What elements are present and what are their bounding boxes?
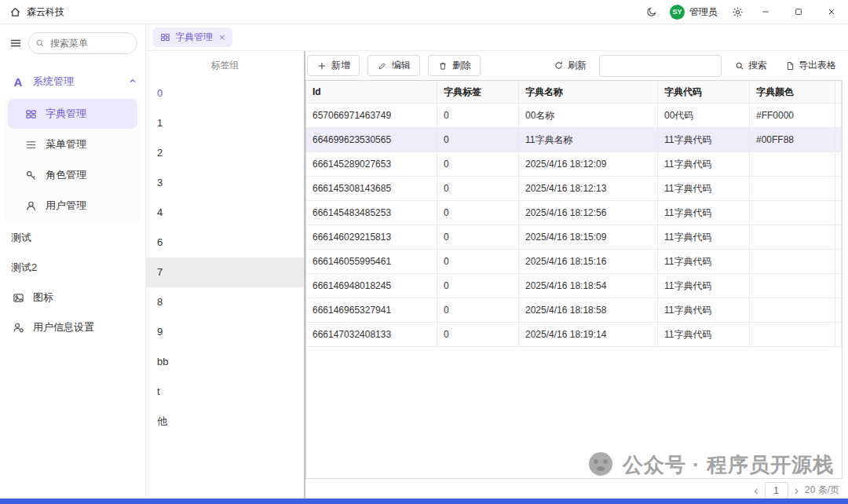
table-row[interactable]: 657066971463749000名称00代码#FF0000#FF0000: [306, 104, 842, 128]
tag-item[interactable]: 3: [146, 168, 304, 198]
menu-toggle-icon[interactable]: [9, 37, 22, 49]
table-cell: 666145289027653: [306, 152, 437, 177]
refresh-button-label: 刷新: [568, 59, 587, 72]
color-badge-cell: -: [835, 225, 842, 250]
sidebar-item-label: 角色管理: [46, 168, 130, 182]
delete-button[interactable]: 删除: [428, 55, 481, 76]
plus-icon: [316, 61, 327, 71]
theme-moon-icon[interactable]: [640, 6, 663, 17]
sidebar-item-icons[interactable]: 图标: [0, 283, 145, 312]
table-cell: 00代码: [658, 104, 750, 128]
color-badge-cell: -: [835, 152, 842, 177]
table-cell: 2025/4/16 18:15:16: [519, 250, 658, 274]
table-header-row: Id字典标签字典名称字典代码字典颜色字典颜色: [306, 81, 842, 104]
sidebar-item-menu-management[interactable]: 菜单管理: [8, 130, 137, 159]
table-row[interactable]: 66614703240813302025/4/16 18:19:1411字典代码…: [306, 323, 842, 347]
sidebar-item-label: 测试: [11, 231, 137, 245]
table-row[interactable]: 66614530814368502025/4/16 18:12:1311字典代码…: [306, 177, 842, 201]
tag-group-panel: 标签组 012346789bbt他: [146, 51, 305, 499]
sidebar-item-system-management[interactable]: A 系统管理: [0, 67, 145, 97]
tag-item[interactable]: 0: [146, 79, 304, 108]
tab-label: 字典管理: [175, 31, 213, 44]
sidebar-search-input[interactable]: [49, 37, 119, 49]
sidebar-item-test[interactable]: 测试: [0, 223, 145, 253]
edit-button[interactable]: 编辑: [367, 55, 420, 76]
table-row[interactable]: 66614602921581302025/4/16 18:15:0911字典代码…: [306, 225, 842, 250]
table-cell: [750, 201, 835, 225]
color-badge-cell: #FF0000: [835, 104, 842, 128]
sidebar-item-role-management[interactable]: 角色管理: [8, 160, 137, 190]
trash-icon: [437, 61, 448, 71]
sidebar-item-dict-management[interactable]: 字典管理: [8, 99, 137, 129]
table-row[interactable]: 66614548348525302025/4/16 18:12:5611字典代码…: [306, 201, 842, 225]
table-cell: 11字典名称: [519, 128, 658, 152]
table-row[interactable]: 66614694801824502025/4/16 18:18:5411字典代码…: [306, 274, 842, 298]
close-button[interactable]: [815, 0, 848, 24]
table-row[interactable]: 66614605599546102025/4/16 18:15:1611字典代码…: [306, 250, 842, 274]
refresh-button[interactable]: 刷新: [549, 58, 591, 73]
sidebar-search[interactable]: [28, 32, 137, 54]
tag-item[interactable]: 6: [146, 228, 304, 257]
column-header: 字典颜色: [750, 81, 835, 104]
table-row[interactable]: 66614696532794102025/4/16 18:18:5811字典代码…: [306, 298, 842, 323]
tag-item[interactable]: 8: [146, 287, 304, 317]
tag-item[interactable]: 7: [146, 257, 304, 287]
table-cell: 00名称: [519, 104, 658, 128]
tag-item[interactable]: 9: [146, 317, 304, 347]
settings-gear-icon[interactable]: [726, 6, 749, 18]
table-row[interactable]: 66614528902765302025/4/16 18:12:0911字典代码…: [306, 152, 842, 177]
table-cell: 2025/4/16 18:18:58: [519, 298, 658, 323]
tag-item[interactable]: t: [146, 377, 304, 407]
export-button[interactable]: 导出表格: [780, 58, 841, 73]
maximize-button[interactable]: [782, 0, 815, 24]
column-header: Id: [306, 81, 437, 104]
table-cell: #FF0000: [750, 104, 835, 128]
table-cell: 0: [437, 177, 519, 201]
table-cell: [750, 274, 835, 298]
tag-item[interactable]: bb: [146, 347, 304, 377]
table-cell: [750, 298, 835, 323]
table-cell: [750, 177, 835, 201]
add-button[interactable]: 新增: [307, 55, 360, 76]
table-cell: 11字典代码: [658, 177, 750, 201]
system-letter-icon: A: [11, 75, 25, 89]
sidebar-item-test2[interactable]: 测试2: [0, 253, 145, 283]
color-badge-cell: -: [835, 323, 842, 347]
refresh-icon: [554, 60, 564, 71]
tag-item[interactable]: 1: [146, 108, 304, 138]
table-cell: [750, 152, 835, 177]
search-button[interactable]: 搜索: [729, 58, 772, 73]
tab-dict-management[interactable]: 字典管理 ×: [152, 27, 232, 47]
table-search-input[interactable]: [599, 55, 722, 77]
app-title: 森云科技: [27, 5, 64, 19]
current-page[interactable]: 1: [765, 482, 788, 499]
column-header: 字典名称: [519, 81, 658, 104]
table-cell: 2025/4/16 18:12:56: [519, 201, 658, 225]
color-badge-cell: -: [835, 298, 842, 323]
table-cell: 666146055995461: [306, 250, 437, 274]
tab-close-icon[interactable]: ×: [219, 32, 225, 42]
table-row[interactable]: 664699623530565011字典名称11字典代码#00FF88#00FF…: [306, 128, 842, 152]
page-size-select[interactable]: 20 条/页: [805, 484, 839, 497]
prev-page-icon[interactable]: ‹: [754, 484, 758, 497]
system-submenu: 字典管理 菜单管理 角色管理: [5, 97, 141, 223]
table-cell: 11字典代码: [658, 323, 750, 347]
tag-item[interactable]: 他: [146, 407, 304, 436]
avatar[interactable]: SY: [670, 5, 685, 20]
column-header: 字典代码: [658, 81, 750, 104]
sidebar-item-label: 图标: [33, 290, 137, 305]
sidebar-item-user-management[interactable]: 用户管理: [8, 191, 137, 221]
sidebar-item-user-info-settings[interactable]: 用户信息设置: [0, 312, 145, 342]
table-body: 657066971463749000名称00代码#FF0000#FF000066…: [306, 104, 842, 347]
table-cell: 11字典代码: [658, 250, 750, 274]
tag-item[interactable]: 2: [146, 138, 304, 168]
home-icon[interactable]: [9, 6, 21, 18]
next-page-icon[interactable]: ›: [795, 484, 799, 497]
table-cell: 0: [437, 225, 519, 250]
edit-button-label: 编辑: [392, 59, 411, 72]
app-window: 森云科技 SY 管理员: [0, 0, 848, 504]
tag-group-title: 标签组: [146, 51, 304, 79]
user-gear-icon: [11, 322, 25, 334]
tag-item[interactable]: 4: [146, 198, 304, 228]
minimize-button[interactable]: [749, 0, 782, 24]
